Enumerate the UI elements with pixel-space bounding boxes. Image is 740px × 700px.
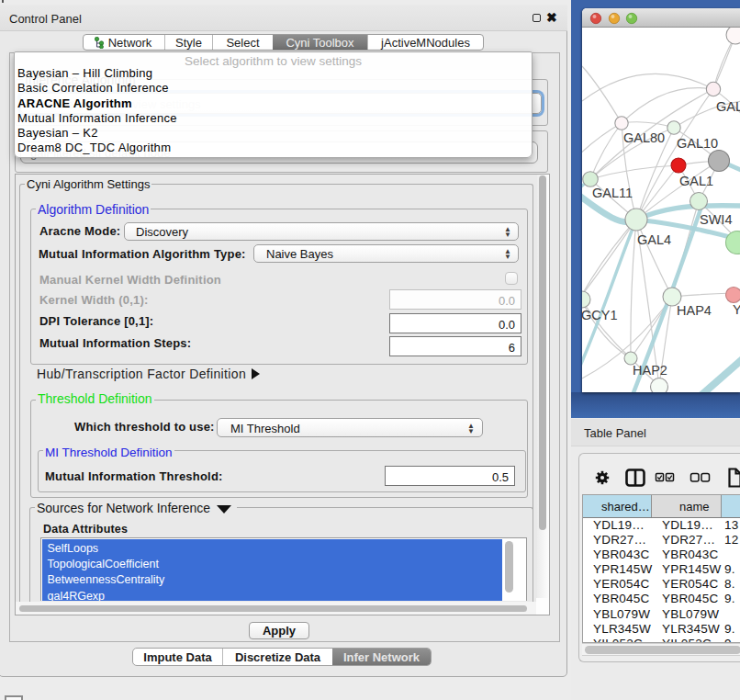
svg-text:GAL10: GAL10 <box>677 136 718 151</box>
svg-text:GAL4: GAL4 <box>637 232 671 247</box>
svg-text:GAL80: GAL80 <box>623 130 665 145</box>
svg-text:HAP4: HAP4 <box>677 303 712 318</box>
svg-text:GCY1: GCY1 <box>582 308 618 322</box>
svg-text:Y: Y <box>733 302 740 317</box>
svg-text:SWI4: SWI4 <box>700 212 732 227</box>
svg-text:GAL1: GAL1 <box>679 174 713 188</box>
svg-text:GAL11: GAL11 <box>592 186 633 200</box>
svg-text:GAL80: GAL80 <box>716 99 740 114</box>
svg-text:HAP2: HAP2 <box>633 363 667 378</box>
